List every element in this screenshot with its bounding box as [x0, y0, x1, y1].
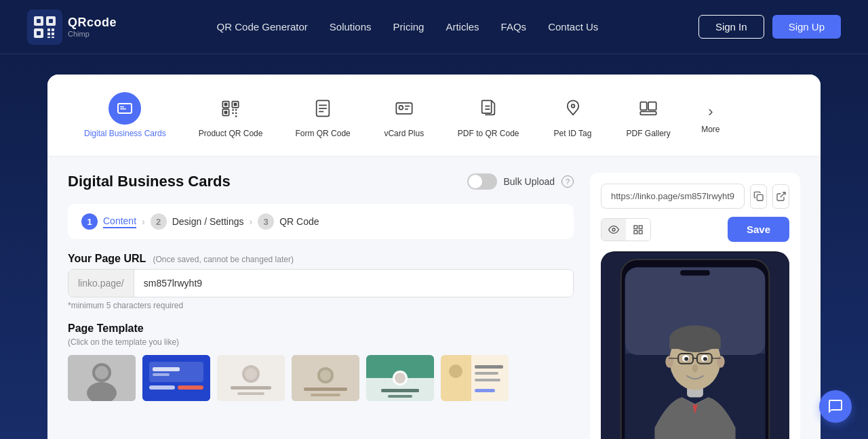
svg-rect-72	[475, 379, 500, 381]
type-item-pdf-gallery[interactable]: PDF Gallery	[610, 85, 687, 145]
svg-rect-24	[235, 112, 237, 114]
step-2-label: Design / Settings	[172, 216, 244, 227]
template-sublabel: (Click on the template you like)	[68, 337, 574, 347]
bulk-upload-row: Bulk Upload ?	[467, 173, 574, 190]
step-3-label: QR Code	[279, 216, 319, 227]
form-qr-code-icon	[307, 92, 339, 125]
chat-button[interactable]	[819, 390, 852, 423]
svg-rect-22	[235, 109, 237, 110]
nav-qr-generator[interactable]: QR Code Generator	[217, 21, 308, 33]
type-label-digital-business-cards: Digital Business Cards	[84, 129, 166, 138]
svg-point-92	[665, 356, 673, 368]
svg-rect-49	[149, 385, 175, 390]
url-prefix: linko.page/	[68, 270, 134, 297]
svg-rect-23	[232, 112, 233, 114]
logo-icon	[27, 9, 62, 45]
template-5[interactable]	[366, 355, 434, 401]
type-item-pet-id-tag[interactable]: Pet ID Tag	[536, 85, 610, 145]
svg-rect-104	[680, 270, 710, 276]
bulk-upload-toggle[interactable]	[467, 173, 497, 190]
logo[interactable]: QRcode Chimp	[27, 9, 117, 45]
right-url-row: https://linko.page/sm857lrwyht9	[601, 184, 789, 209]
type-item-product-qr-code[interactable]: Product QR Code	[182, 85, 279, 145]
save-button[interactable]: Save	[728, 217, 789, 242]
product-qr-code-icon	[214, 92, 247, 125]
left-panel: Digital Business Cards Bulk Upload ? 1 C…	[68, 173, 590, 439]
svg-rect-11	[47, 37, 50, 38]
svg-rect-78	[639, 226, 642, 229]
type-item-pdf-to-qr-code[interactable]: PDF to QR Code	[441, 85, 536, 145]
svg-rect-73	[475, 389, 495, 392]
step-2-number: 2	[151, 213, 167, 230]
type-item-digital-business-cards[interactable]: Digital Business Cards	[68, 85, 182, 145]
signup-button[interactable]: Sign Up	[772, 15, 841, 39]
step-1-number: 1	[81, 213, 98, 230]
svg-rect-39	[648, 102, 656, 110]
svg-rect-60	[311, 394, 340, 396]
svg-rect-47	[153, 367, 180, 371]
step-3[interactable]: 3 QR Code	[258, 213, 319, 230]
nav-articles[interactable]: Articles	[446, 21, 479, 33]
bulk-upload-label: Bulk Upload	[504, 176, 555, 187]
type-item-vcard-plus[interactable]: vCard Plus	[367, 85, 441, 145]
svg-rect-21	[232, 109, 233, 110]
nav-solutions[interactable]: Solutions	[330, 21, 372, 33]
page-title-row: Digital Business Cards Bulk Upload ?	[68, 173, 574, 190]
type-label-form-qr-code: Form QR Code	[295, 129, 350, 138]
type-label-vcard-plus: vCard Plus	[384, 129, 424, 138]
grid-view-button[interactable]	[626, 219, 650, 241]
svg-point-64	[395, 373, 406, 383]
template-1[interactable]	[68, 355, 136, 401]
view-toggles	[601, 218, 651, 241]
template-3[interactable]	[217, 355, 285, 401]
svg-rect-3	[37, 19, 41, 23]
nav-actions: Sign In Sign Up	[698, 15, 841, 39]
type-selector: Digital Business Cards	[47, 75, 821, 156]
svg-rect-6	[47, 28, 50, 31]
template-6[interactable]	[441, 355, 509, 401]
digital-business-cards-icon	[108, 92, 141, 125]
signin-button[interactable]: Sign In	[698, 15, 764, 39]
more-button[interactable]: › More	[687, 89, 734, 141]
svg-rect-38	[641, 102, 647, 110]
open-url-button[interactable]	[772, 184, 789, 209]
url-input[interactable]	[134, 270, 573, 297]
svg-rect-10	[52, 37, 54, 38]
copy-url-button[interactable]	[750, 184, 767, 209]
step-2[interactable]: 2 Design / Settings	[151, 213, 244, 230]
page-title: Digital Business Cards	[68, 173, 231, 190]
svg-rect-19	[234, 103, 237, 106]
steps-bar: 1 Content › 2 Design / Settings › 3 QR C…	[68, 204, 574, 239]
navbar: QRcode Chimp QR Code Generator Solutions…	[0, 0, 868, 54]
hero-background: Digital Business Cards	[0, 54, 868, 439]
svg-point-102	[703, 357, 707, 361]
nav-pricing[interactable]: Pricing	[393, 21, 425, 33]
page-url-label: Your Page URL (Once saved, cannot be cha…	[68, 253, 574, 265]
step-3-number: 3	[258, 213, 274, 230]
svg-line-75	[780, 192, 785, 197]
bulk-upload-info-icon[interactable]: ?	[561, 175, 574, 188]
right-panel: https://linko.page/sm857lrwyht9	[590, 173, 800, 439]
svg-rect-13	[120, 106, 124, 108]
svg-rect-14	[120, 108, 126, 110]
nav-faqs[interactable]: FAQs	[501, 21, 527, 33]
preview-view-button[interactable]	[601, 219, 626, 241]
type-item-form-qr-code[interactable]: Form QR Code	[279, 85, 366, 145]
templates-row	[68, 355, 574, 401]
pdf-to-qr-code-icon	[472, 92, 505, 125]
svg-point-53	[245, 368, 257, 380]
more-label: More	[701, 125, 719, 134]
step-1[interactable]: 1 Content	[81, 213, 136, 230]
svg-rect-4	[49, 19, 53, 23]
svg-point-69	[449, 364, 462, 378]
svg-rect-79	[634, 230, 637, 234]
svg-rect-65	[381, 389, 419, 392]
type-label-pdf-to-qr-code: PDF to QR Code	[458, 129, 519, 138]
page-template-section: Page Template (Click on the template you…	[68, 322, 574, 401]
url-display-row: https://linko.page/sm857lrwyht9	[601, 184, 789, 209]
step-arrow-1: ›	[142, 216, 145, 227]
nav-contact-us[interactable]: Contact Us	[548, 21, 598, 33]
svg-point-103	[692, 364, 698, 373]
template-2[interactable]	[142, 355, 210, 401]
template-4[interactable]	[292, 355, 359, 401]
